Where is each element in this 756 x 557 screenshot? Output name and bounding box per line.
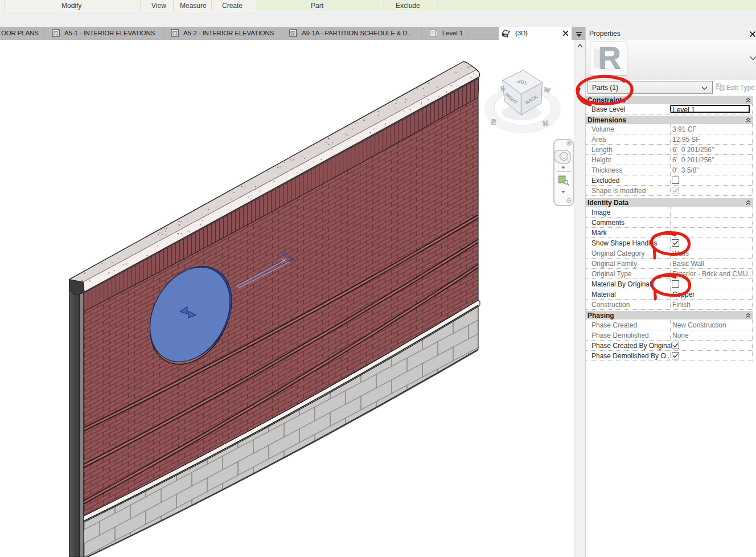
svg-text:R: R bbox=[598, 42, 621, 75]
